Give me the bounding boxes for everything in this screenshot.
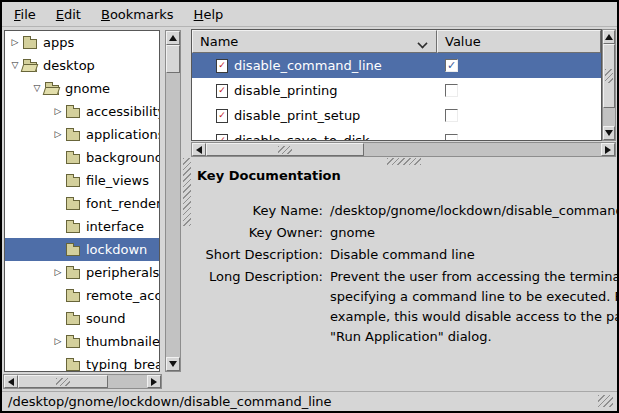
tree-item-label: lockdown [86, 242, 147, 257]
scroll-down-icon [169, 361, 177, 367]
folder-icon [66, 361, 80, 371]
checkbox-unchecked[interactable] [445, 84, 458, 97]
open-folder-icon [23, 62, 37, 72]
menu-help[interactable]: Help [184, 4, 234, 25]
menu-file[interactable]: File [4, 4, 46, 25]
scroll-up-button[interactable] [603, 30, 615, 44]
vertical-pane-splitter[interactable] [191, 158, 616, 165]
table-row-disable-print-setup[interactable]: ✓ disable_print_setup [192, 103, 601, 128]
expander-collapsed-icon[interactable]: ▷ [50, 268, 66, 277]
horizontal-pane-splitter[interactable] [183, 30, 191, 388]
key-name-cell: ✓ disable_print_setup [192, 108, 437, 123]
key-name-field-value: /desktop/gnome/lockdown/disable_command_… [330, 201, 619, 221]
key-documentation-title: Key Documentation [197, 168, 610, 183]
scrollbar-trough[interactable] [603, 108, 615, 126]
tree-item-label: applications [86, 127, 159, 142]
scrollbar-trough[interactable] [108, 375, 147, 388]
table-row-disable-printing[interactable]: ✓ disable_printing [192, 78, 601, 103]
menu-bookmarks-mnemonic: B [101, 7, 110, 22]
tree-item-apps[interactable]: ▷ apps [5, 31, 159, 54]
tree-horizontal-scrollbar[interactable] [3, 374, 162, 389]
key-icon: ✓ [216, 134, 228, 142]
tree-item-applications[interactable]: ▷ applications [5, 123, 159, 146]
folder-icon [66, 200, 80, 210]
tree-item-label: thumbnailers [86, 334, 159, 349]
scrollbar-thumb[interactable] [18, 375, 108, 388]
menu-edit[interactable]: Edit [46, 4, 91, 25]
menu-bookmarks[interactable]: Bookmarks [91, 4, 184, 25]
expander-collapsed-icon[interactable]: ▷ [50, 130, 66, 139]
scrollbar-trough[interactable] [166, 73, 180, 357]
tree-item-font-rendering[interactable]: font_rendering [5, 192, 159, 215]
tree-item-label: typing_break [86, 357, 159, 372]
tree-item-thumbnailers[interactable]: ▷ thumbnailers [5, 330, 159, 353]
tree-item-interface[interactable]: interface [5, 215, 159, 238]
open-folder-icon [45, 85, 59, 95]
scroll-right-button[interactable] [601, 143, 615, 156]
expander-collapsed-icon[interactable]: ▷ [50, 107, 66, 116]
key-documentation-grid: Key Name: /desktop/gnome/lockdown/disabl… [197, 201, 610, 347]
splitter-grip-icon [183, 158, 191, 226]
scroll-right-icon [605, 146, 611, 154]
scroll-down-button[interactable] [603, 126, 615, 140]
tree-item-file-views[interactable]: file_views [5, 169, 159, 192]
short-description-label: Short Description: [197, 245, 323, 265]
table-row-disable-command-line[interactable]: ✓ disable_command_line ✓ [192, 53, 601, 78]
scroll-right-button[interactable] [147, 375, 161, 388]
checkbox-checked[interactable]: ✓ [445, 59, 458, 72]
key-icon: ✓ [216, 109, 228, 123]
expander-collapsed-icon[interactable]: ▷ [50, 337, 66, 346]
scroll-left-button[interactable] [192, 143, 206, 156]
column-header-name[interactable]: Name [192, 30, 437, 53]
key-icon: ✓ [216, 84, 228, 98]
tree-item-label: peripherals [86, 265, 159, 280]
menu-edit-mnemonic: E [56, 7, 64, 22]
tree-item-accessibility[interactable]: ▷ accessibility [5, 100, 159, 123]
tree-item-typing-break[interactable]: typing_break [5, 353, 159, 372]
column-header-value[interactable]: Value [437, 30, 601, 53]
table-vertical-scrollbar[interactable] [602, 29, 616, 141]
grip-icon [605, 69, 613, 83]
menu-file-label: ile [21, 7, 36, 22]
check-icon: ✓ [447, 60, 456, 71]
folder-icon [66, 223, 80, 233]
tree-item-label: remote_access [86, 288, 159, 303]
key-value-cell [437, 109, 601, 122]
scrollbar-trough[interactable] [364, 143, 601, 156]
tree-item-remote-access[interactable]: remote_access [5, 284, 159, 307]
tree-item-sound[interactable]: sound [5, 307, 159, 330]
tree-item-peripherals[interactable]: ▷ peripherals [5, 261, 159, 284]
table-horizontal-scrollbar[interactable] [191, 142, 616, 157]
folder-icon [66, 131, 80, 141]
key-name-label: disable_save_to_disk [234, 133, 370, 141]
tree-item-lockdown[interactable]: lockdown [5, 238, 159, 261]
tree-item-desktop[interactable]: ▽ desktop [5, 54, 159, 77]
expander-collapsed-icon[interactable]: ▷ [7, 38, 23, 47]
checkbox-unchecked[interactable] [445, 109, 458, 122]
table-row-disable-save-to-disk[interactable]: ✓ disable_save_to_disk [192, 128, 601, 141]
menu-help-mnemonic: H [194, 7, 204, 22]
key-value-cell [437, 84, 601, 97]
splitter-grip-icon [387, 158, 421, 165]
tree-item-label: apps [43, 35, 74, 50]
key-check-icon: ✓ [218, 111, 226, 120]
folder-icon [66, 108, 80, 118]
tree-vertical-scrollbar[interactable] [165, 30, 181, 372]
scrollbar-thumb[interactable] [166, 45, 180, 73]
scrollbar-thumb[interactable] [603, 44, 615, 108]
resize-grip-icon[interactable] [598, 395, 613, 407]
key-table: Name Value ✓ disable_command_line ✓ ✓ di… [191, 29, 602, 141]
scroll-left-button[interactable] [4, 375, 18, 388]
long-description-value: Prevent the user from accessing the term… [330, 267, 619, 347]
scroll-right-icon [151, 378, 157, 386]
status-bar-path: /desktop/gnome/lockdown/disable_command_… [8, 394, 332, 409]
short-description-value: Disable command line [330, 245, 619, 265]
tree-item-gnome[interactable]: ▽ gnome [5, 77, 159, 100]
scrollbar-thumb[interactable] [206, 143, 364, 156]
grip-icon [56, 378, 70, 386]
scroll-up-button[interactable] [166, 31, 180, 45]
tree-item-background[interactable]: background [5, 146, 159, 169]
scroll-down-button[interactable] [166, 357, 180, 371]
key-name-label: disable_print_setup [234, 108, 360, 123]
checkbox-unchecked[interactable] [445, 134, 458, 141]
